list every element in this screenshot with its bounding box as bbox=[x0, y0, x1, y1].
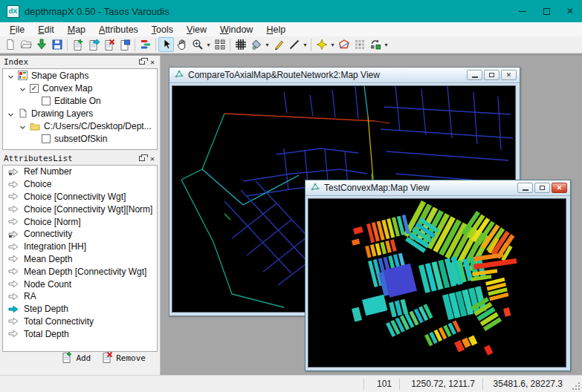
axial-window-titlebar[interactable]: CompareToAxialMap&RouteNetwork2:Map View… bbox=[169, 68, 520, 83]
map-delete-button[interactable] bbox=[101, 37, 117, 52]
attribute-row-total-connectivity[interactable]: Total Connectivity bbox=[3, 316, 157, 328]
attribute-row-choice-norm[interactable]: Choice [Norm] bbox=[3, 215, 157, 228]
tree-item-drawing-layers[interactable]: Drawing Layers bbox=[3, 107, 157, 120]
tree-item-c-users-c-desktop-dept[interactable]: C:/Users/C/Desktop/Dept... bbox=[3, 120, 157, 132]
tree-item-shape-graphs[interactable]: Shape Graphs bbox=[3, 69, 157, 82]
pencil-button[interactable] bbox=[271, 37, 286, 52]
map-push-button[interactable] bbox=[85, 37, 101, 52]
convex-close-button[interactable]: ✕ bbox=[552, 183, 567, 193]
menu-edit[interactable]: Edit bbox=[31, 23, 61, 36]
attributes-close-button[interactable]: ✕ bbox=[147, 154, 158, 163]
axial-minimize-button[interactable] bbox=[467, 70, 482, 80]
attributes-float-button[interactable] bbox=[137, 154, 147, 163]
color-range-button[interactable] bbox=[138, 37, 153, 52]
tree-item-convex-map[interactable]: ✓Convex Map bbox=[3, 82, 157, 94]
menu-attributes[interactable]: Attributes bbox=[92, 23, 145, 36]
convex-map-drawing bbox=[308, 199, 566, 367]
grid-button[interactable] bbox=[233, 37, 248, 52]
fill-bucket-icon bbox=[250, 39, 262, 50]
chevron-down-icon[interactable] bbox=[7, 110, 15, 117]
chevron-down-icon[interactable] bbox=[19, 85, 27, 92]
checkbox-checked[interactable]: ✓ bbox=[30, 84, 39, 93]
index-panel-title: Index bbox=[4, 57, 28, 67]
import-arrow-button[interactable] bbox=[33, 37, 49, 52]
convex-minimize-button[interactable] bbox=[517, 183, 533, 193]
close-button[interactable]: ✕ bbox=[558, 0, 582, 22]
menu-view[interactable]: View bbox=[180, 23, 213, 36]
index-close-button[interactable]: ✕ bbox=[147, 57, 158, 67]
attribute-row-ref-number[interactable]: Ref Number bbox=[3, 166, 157, 178]
attribute-row-choice[interactable]: Choice bbox=[3, 178, 157, 191]
remove-attribute-button[interactable]: Remove bbox=[101, 351, 146, 365]
attribute-label: Ref Number bbox=[24, 166, 72, 177]
recenter-view-button[interactable] bbox=[212, 37, 227, 52]
add-icon bbox=[61, 351, 73, 365]
convex-restore-button[interactable] bbox=[534, 183, 550, 193]
app-titlebar[interactable]: dX depthmapX 0.50 - Tasos Varoudis ✕ bbox=[0, 0, 582, 22]
attribute-row-total-depth[interactable]: Total Depth bbox=[3, 327, 157, 340]
attribute-row-step-depth[interactable]: Step Depth bbox=[3, 303, 157, 316]
axial-close-button[interactable]: ✕ bbox=[501, 70, 517, 80]
attribute-row-integration-hh[interactable]: Integration [HH] bbox=[3, 241, 157, 253]
convex-window-titlebar[interactable]: TestConvexMap:Map View ✕ bbox=[305, 180, 570, 196]
locked-attribute-arrow-icon bbox=[8, 168, 19, 176]
axial-map-dropdown[interactable]: ▾ bbox=[329, 42, 336, 48]
app-icon: dX bbox=[7, 5, 19, 18]
fill-bucket-dropdown[interactable]: ▾ bbox=[264, 42, 271, 48]
attribute-row-choice-connectivity-wgt-norm[interactable]: Choice [Connectivity Wgt][Norm] bbox=[3, 203, 157, 215]
menu-file[interactable]: File bbox=[3, 23, 31, 36]
window-controls: ✕ bbox=[511, 0, 582, 22]
menu-help[interactable]: Help bbox=[259, 23, 292, 36]
tree-item-subsetofskin[interactable]: subsetOfSkin bbox=[3, 132, 157, 145]
axial-restore-button[interactable] bbox=[484, 70, 499, 80]
attribute-actions: Add Remove bbox=[0, 350, 156, 365]
checkbox-unchecked[interactable] bbox=[42, 134, 51, 143]
attribute-row-connectivity[interactable]: Connectivity bbox=[3, 228, 157, 241]
zoom-magnifier-button[interactable] bbox=[190, 37, 205, 52]
map-convert-button[interactable] bbox=[117, 37, 132, 52]
index-float-button[interactable] bbox=[137, 57, 147, 67]
open-folder-button[interactable] bbox=[18, 37, 33, 52]
pan-hand-button[interactable] bbox=[174, 37, 190, 52]
checkbox-unchecked[interactable] bbox=[42, 97, 51, 105]
minimize-icon bbox=[523, 189, 528, 191]
chevron-down-icon[interactable] bbox=[19, 122, 27, 130]
convert-rotate-dropdown[interactable]: ▾ bbox=[383, 42, 389, 48]
save-disk-button[interactable] bbox=[49, 37, 65, 52]
polygon-map-button[interactable] bbox=[336, 37, 352, 52]
fill-bucket-button[interactable] bbox=[248, 37, 264, 52]
convex-map-canvas[interactable] bbox=[308, 198, 566, 368]
line-tool-button[interactable] bbox=[286, 37, 302, 52]
convert-rotate-button[interactable] bbox=[367, 37, 383, 52]
attribute-row-mean-depth-connectivity-wgt[interactable]: Mean Depth [Connectivity Wgt] bbox=[3, 265, 157, 278]
resize-grip[interactable] bbox=[570, 376, 582, 392]
zoom-magnifier-dropdown[interactable]: ▾ bbox=[205, 42, 212, 48]
attributes-panel-header[interactable]: AttributesList ✕ bbox=[0, 152, 160, 165]
menu-tools[interactable]: Tools bbox=[145, 23, 180, 36]
axial-map-button[interactable] bbox=[314, 37, 329, 52]
maximize-button[interactable] bbox=[534, 0, 558, 22]
add-attribute-button[interactable]: Add bbox=[61, 351, 91, 365]
attribute-arrow-icon bbox=[8, 280, 19, 288]
attribute-arrow-icon bbox=[8, 243, 19, 251]
chevron-down-icon[interactable] bbox=[7, 72, 15, 79]
line-tool-dropdown[interactable]: ▾ bbox=[302, 42, 308, 48]
tree-item-editable-on[interactable]: Editable On bbox=[3, 94, 157, 107]
attribute-label: Choice [Connectivity Wgt] bbox=[24, 192, 126, 202]
index-panel-header[interactable]: Index ✕ bbox=[0, 56, 160, 68]
menu-window[interactable]: Window bbox=[213, 23, 259, 36]
attribute-row-mean-depth[interactable]: Mean Depth bbox=[3, 253, 157, 266]
attribute-row-node-count[interactable]: Node Count bbox=[3, 278, 157, 290]
minimize-button[interactable] bbox=[511, 0, 534, 22]
status-node-count: 101 bbox=[363, 379, 399, 390]
attribute-row-ra[interactable]: RA bbox=[3, 290, 157, 303]
tree-item-label: Editable On bbox=[54, 96, 101, 106]
select-cursor-button[interactable] bbox=[158, 37, 174, 52]
menu-map[interactable]: Map bbox=[61, 23, 92, 36]
attribute-row-choice-connectivity-wgt[interactable]: Choice [Connectivity Wgt] bbox=[3, 191, 157, 203]
axial-map-icon bbox=[316, 39, 328, 50]
new-doc-button[interactable] bbox=[2, 37, 18, 52]
step-grid-button[interactable] bbox=[352, 37, 367, 52]
map-window-convex[interactable]: TestConvexMap:Map View ✕ bbox=[305, 180, 571, 371]
map-new-button[interactable] bbox=[70, 37, 85, 52]
